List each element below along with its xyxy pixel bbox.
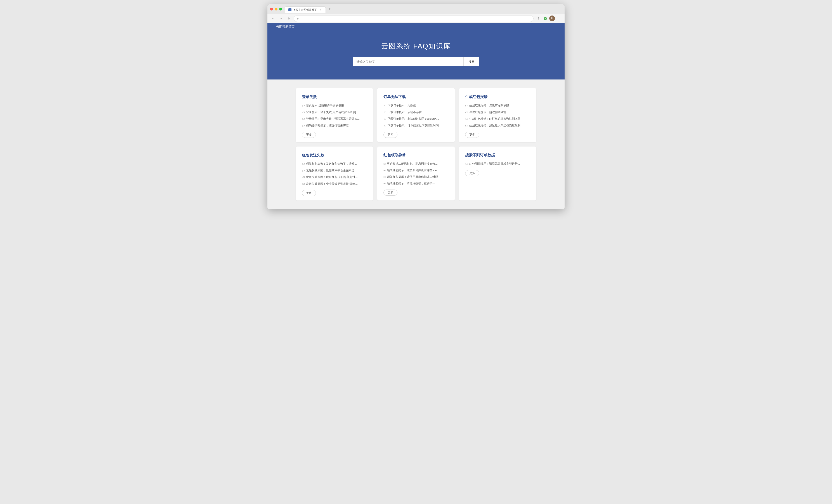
- top-nav: 云图帮助首页: [267, 23, 565, 31]
- address-bar[interactable]: ⊕: [294, 15, 534, 22]
- cards-section: 登录失败🏷首页提示:当前用户未授权使用🏷登录提示：登录失败[用户名或密码错误]🏷…: [267, 79, 565, 209]
- tag-icon: 🏷: [302, 175, 305, 180]
- list-item: ✉领取红包提示：请使用原微信扫该二维码: [384, 175, 448, 179]
- card-card-login-fail: 登录失败🏷首页提示:当前用户未授权使用🏷登录提示：登录失败[用户名或密码错误]🏷…: [296, 88, 373, 142]
- list-item: ✉领取红包提示：此公众号并没有这些sco...: [384, 168, 448, 173]
- item-text: 登录提示：登录失败，请联系系主管添加...: [306, 116, 360, 121]
- tag-icon: 🏷: [465, 104, 468, 108]
- extensions-button[interactable]: [535, 16, 541, 22]
- item-text: 领取红包提示：请允许授权，重新扫一...: [387, 181, 438, 186]
- item-text: 发送失败原因：微信商户平台余额不足: [306, 168, 355, 173]
- card-items: 🏷下载订单提示：无数据🏷下载订单提示：店铺不存在🏷下载订单提示：非法或过期的Se…: [384, 103, 448, 128]
- tag-icon: 🏷: [302, 110, 305, 115]
- tab-close-button[interactable]: ✕: [318, 8, 322, 11]
- card-card-order-download: 订单无法下载🏷下载订单提示：无数据🏷下载订单提示：店铺不存在🏷下载订单提示：非法…: [377, 88, 454, 142]
- hero-title: 云图系统 FAQ知识库: [272, 42, 560, 51]
- tag-icon: 🏷: [465, 110, 468, 115]
- tag-icon: 🏷: [302, 168, 305, 173]
- back-button[interactable]: [270, 16, 276, 22]
- item-text: 下载订单提示：无数据: [388, 103, 416, 108]
- tag-icon: 🏷: [384, 110, 386, 115]
- item-text: 发送失败原因：现金红包-今日总额超过...: [306, 175, 358, 179]
- page-content: 云图帮助首页 云图系统 FAQ知识库 搜索 登录失败🏷首页提示:当前用户未授权使…: [267, 23, 565, 209]
- active-tab[interactable]: 首页丨云图帮助首页 ✕: [285, 6, 326, 13]
- list-item: 🏷发送失败原因：企业零钱-已达到付款给...: [302, 182, 367, 186]
- list-item: 🏷扫码登录时提示：该微信暂未绑定: [302, 123, 367, 128]
- item-text: 生成红包报错：您没有返款权限: [469, 103, 509, 108]
- list-item: ✉客户扫描二维码红包，消息列表没有收...: [384, 162, 448, 166]
- item-text: 红包明细提示：请联系客服或主管进行...: [469, 162, 520, 166]
- more-button[interactable]: 更多: [465, 170, 479, 176]
- refresh-button[interactable]: [286, 16, 292, 22]
- minimize-button[interactable]: [275, 8, 278, 10]
- card-title: 登录失败: [302, 94, 367, 99]
- more-button[interactable]: 更多: [465, 132, 479, 138]
- list-item: ✉领取红包提示：请允许授权，重新扫一...: [384, 181, 448, 186]
- close-button[interactable]: [270, 8, 273, 10]
- card-title: 生成红包报错: [465, 94, 530, 99]
- card-card-redpacket-claim: 红包领取异常✉客户扫描二维码红包，消息列表没有收...✉领取红包提示：此公众号并…: [377, 147, 454, 201]
- list-item: 🏷红包明细提示：请联系客服或主管进行...: [465, 162, 530, 166]
- card-card-order-notfound: 搜索不到订单数据🏷红包明细提示：请联系客服或主管进行...更多: [459, 147, 536, 201]
- card-title: 订单无法下载: [384, 94, 448, 99]
- more-button[interactable]: 更多: [302, 132, 316, 138]
- list-item: 🏷发送失败原因：微信商户平台余额不足: [302, 168, 367, 173]
- tag-icon: 🏷: [302, 182, 305, 186]
- tag-icon: 🏷: [302, 104, 305, 108]
- card-card-redpacket-fail: 红包发送失败🏷领取红包失败：发送红包失败了，请长...🏷发送失败原因：微信商户平…: [296, 147, 373, 201]
- new-tab-button[interactable]: +: [327, 6, 333, 12]
- search-input[interactable]: [353, 57, 463, 67]
- more-button[interactable]: 更多: [384, 189, 397, 196]
- address-bar-icon: ⊕: [296, 17, 299, 20]
- card-items: 🏷红包明细提示：请联系客服或主管进行...: [465, 162, 530, 166]
- item-text: 首页提示:当前用户未授权使用: [306, 103, 344, 108]
- tag-icon: 🏷: [384, 104, 386, 108]
- list-item: 🏷下载订单提示：无数据: [384, 103, 448, 108]
- list-item: 🏷生成红包报错：您没有返款权限: [465, 103, 530, 108]
- item-text: 登录提示：登录失败[用户名或密码错误]: [306, 110, 356, 114]
- forward-button[interactable]: [278, 16, 284, 22]
- card-items: ✉客户扫描二维码红包，消息列表没有收...✉领取红包提示：此公众号并没有这些sc…: [384, 162, 448, 186]
- cards-grid: 登录失败🏷首页提示:当前用户未授权使用🏷登录提示：登录失败[用户名或密码错误]🏷…: [296, 88, 536, 201]
- card-items: 🏷生成红包报错：您没有返款权限🏷生成红包提示：超过佣金限制🏷生成红包报错：此订单…: [465, 103, 530, 128]
- list-item: 🏷领取红包失败：发送红包失败了，请长...: [302, 162, 367, 166]
- tag-icon: 🏷: [302, 117, 305, 121]
- more-button[interactable]: 更多: [384, 132, 397, 138]
- menu-button[interactable]: ⋮: [556, 16, 562, 22]
- mail-icon: ✉: [384, 175, 386, 179]
- search-button[interactable]: 搜索: [463, 57, 479, 67]
- item-text: 领取红包提示：此公众号并没有这些sco...: [387, 168, 439, 173]
- item-text: 生成红包报错：超过最大单红包额度限制: [469, 123, 520, 128]
- more-button[interactable]: 更多: [302, 190, 316, 196]
- mail-icon: ✉: [384, 162, 386, 166]
- tag-icon: 🏷: [465, 162, 468, 166]
- card-title: 红包领取异常: [384, 153, 448, 158]
- tab-favicon: [288, 8, 291, 11]
- browser-buttons: [270, 8, 282, 10]
- tag-icon: 🏷: [465, 117, 468, 121]
- list-item: 🏷登录提示：登录失败，请联系系主管添加...: [302, 116, 367, 121]
- list-item: 🏷发送失败原因：现金红包-今日总额超过...: [302, 175, 367, 180]
- top-nav-title: 云图帮助首页: [276, 25, 294, 28]
- browser-window: 首页丨云图帮助首页 ✕ + ⊕ U: [267, 4, 565, 209]
- item-text: 扫码登录时提示：该微信暂未绑定: [306, 123, 349, 128]
- item-text: 发送失败原因：企业零钱-已达到付款给...: [306, 182, 358, 186]
- browser-action-button[interactable]: [542, 16, 548, 22]
- item-text: 领取红包失败：发送红包失败了，请长...: [306, 162, 357, 166]
- maximize-button[interactable]: [279, 8, 282, 10]
- item-text: 客户扫描二维码红包，消息列表没有收...: [387, 162, 438, 166]
- browser-toolbar: ⊕ U ⋮: [267, 14, 565, 23]
- item-text: 下载订单提示：店铺不存在: [388, 110, 422, 114]
- card-items: 🏷首页提示:当前用户未授权使用🏷登录提示：登录失败[用户名或密码错误]🏷登录提示…: [302, 103, 367, 128]
- profile-avatar[interactable]: U: [549, 16, 555, 21]
- list-item: 🏷生成红包报错：此订单返款次数达到上限: [465, 116, 530, 121]
- tag-icon: 🏷: [384, 124, 386, 128]
- list-item: 🏷生成红包提示：超过佣金限制: [465, 110, 530, 115]
- mail-icon: ✉: [384, 182, 386, 186]
- tag-icon: 🏷: [384, 117, 386, 121]
- list-item: 🏷下载订单提示：店铺不存在: [384, 110, 448, 115]
- browser-titlebar: 首页丨云图帮助首页 ✕ +: [267, 4, 565, 14]
- item-text: 领取红包提示：请使用原微信扫该二维码: [387, 175, 438, 179]
- item-text: 下载订单提示：订单已超过下载限制时间: [388, 123, 439, 128]
- item-text: 下载订单提示：非法或过期的SessionK...: [388, 116, 439, 121]
